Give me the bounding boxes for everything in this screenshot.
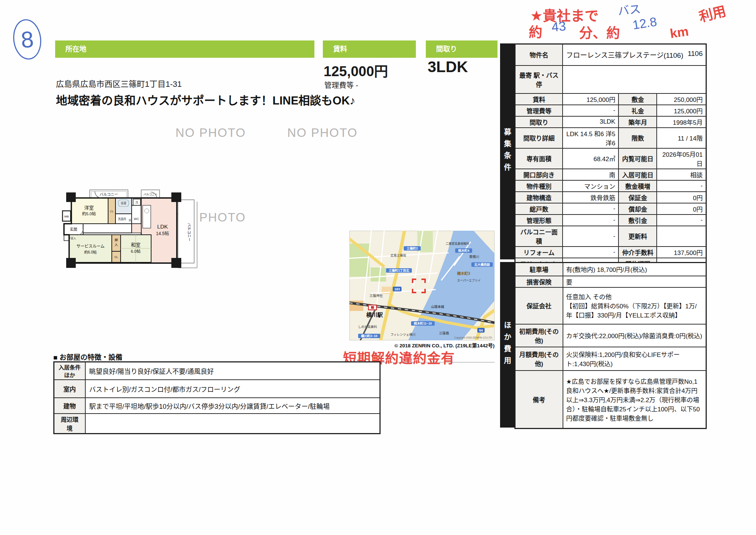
fp-oshiire-label: 押	[114, 238, 118, 242]
note-km-value: 12.8	[631, 14, 657, 32]
feature-label: 室内	[54, 380, 85, 398]
feature-value	[85, 414, 380, 434]
table-row: 物件名 フローレンス三篠プレステージ(1106) 1106	[515, 44, 706, 65]
initial-costs-value: カギ交換代:22,000円(税込)/除菌消臭費:0円(税込)	[563, 324, 706, 347]
table-row: バルコニー面積- 更新料	[515, 226, 706, 247]
location-label: 所在地	[65, 45, 86, 53]
location-header-bar: 所在地	[55, 40, 314, 58]
map-label-shrine: 三篠神社	[370, 294, 383, 298]
feature-label: 周辺環境	[54, 414, 85, 434]
fp-japanese-room-label: 和室	[131, 242, 140, 248]
fp-entrance-label: 玄関	[70, 227, 77, 231]
catchphrase: 地域密着の良和ハウスがサポートします！LINE相談もOK♪	[56, 91, 356, 108]
feature-label: 入居条件ほか	[54, 362, 85, 380]
map-badge-misasa2: 三篠町2	[407, 247, 418, 250]
insurance-value: 要	[563, 276, 706, 287]
table-row: 保証会社 任意加入 その他 【初回】総賃料の50%（下限2万）【更新】1万/年【…	[515, 287, 706, 324]
feature-value: 駅まで平坦/平坦地/駅歩10分以内/バス停歩3分以内/分譲賃貸/エレベーター/駐…	[85, 398, 380, 414]
rent-label: 賃料	[333, 45, 347, 53]
table-row: 物件種別マンション 敷金積増-	[515, 180, 706, 192]
note-bus: バス	[617, 0, 641, 18]
layout-value: 3LDK	[428, 58, 468, 76]
map-label-misasa-bridge: 三篠橋	[439, 331, 449, 335]
map-badge-momokicho11: 桃木町11−10	[414, 322, 432, 325]
location-map: 三篠町2 三篠町1丁目北 桃木町4 北大橋西詰 桃木町11−10 横川町2−10…	[349, 231, 495, 340]
floor-plan-image: バルコニー バルコニー バルコニー 洋室 約5.0帖 CL 浴室 洗面所 洗 W…	[46, 185, 218, 276]
map-badge-yokogawacho2: 横川町2−10	[361, 334, 378, 338]
fp-wc-label: WC	[134, 217, 139, 221]
map-label-clinic1: 二葉堂耳鼻咽喉科	[446, 242, 469, 245]
table-row: 室内 バストイレ別/ガスコンロ付/都市ガス/フローリング	[54, 380, 380, 398]
map-label-sanyo-line: 山陽本線	[431, 305, 444, 309]
map-badge-kitaohashi: 北大橋西詰	[474, 263, 490, 266]
layout-label: 間取り	[436, 45, 457, 53]
fp-bath-label: 浴室	[121, 201, 126, 205]
table-row: 損害保険 要	[515, 276, 706, 287]
table-row: 専有面積68.42㎡ 内覧可能日2026年05月01日	[515, 148, 706, 169]
section2-vertical-label: ほか費用	[502, 321, 513, 368]
fp-fridge-label: 冷	[135, 201, 138, 204]
fp-mb-label: MB	[64, 215, 69, 218]
other-costs-section: ほか費用 駐車場 有(敷地内) 18,700円/月(税込) 損害保険 要 保証会…	[500, 262, 707, 428]
table-row: 最寄 駅・バス停	[515, 65, 706, 93]
fp-shoebox-label: 下足入	[68, 237, 76, 240]
map-badge-misasa1: 三篠町1丁目北	[389, 269, 409, 272]
map-label-post-office: 広島三篠局	[391, 254, 406, 257]
fp-balcony-top2-label: バルコニー	[143, 193, 157, 196]
fp-balcony-top-label: バルコニー	[100, 192, 118, 196]
map-route-54: 54	[479, 329, 483, 332]
map-label-higashiyokogawa: 東横川	[469, 255, 479, 259]
no-photo-placeholder-1: NO PHOTO	[168, 126, 253, 140]
fp-western-room-label: 洋室	[84, 205, 94, 210]
property-address: 広島県広島市西区三篠町1丁目1-31	[56, 77, 182, 89]
table-row: 総戸数- 償却金0円	[515, 203, 706, 215]
layout-header-bar: 間取り	[426, 40, 498, 58]
table-row: 賃料125,000円 敷金250,000円	[515, 93, 706, 105]
fp-ldk-label: LDK	[157, 223, 168, 230]
map-badge-momokicho4: 桃木町4	[458, 249, 470, 252]
guarantor-company-value: 任意加入 その他 【初回】総賃料の50%（下限2万）【更新】1万/年【口振】33…	[563, 287, 706, 324]
table-row: 駐車場 有(敷地内) 18,700円/月(税込)	[515, 263, 706, 276]
parking-value: 有(敷地内) 18,700円/月(税込)	[563, 263, 706, 276]
table-row: 月額費用(その他) 火災保険料:1,200円/良和安心LIFEサポート:1,43…	[515, 347, 706, 371]
table-row: 管理費等- 礼金125,000円	[515, 105, 706, 116]
features-title: ■ お部屋の特徴・設備	[53, 352, 122, 362]
fp-cl2-label: CL	[114, 255, 118, 259]
remarks-value: ★広島でお部屋を探すなら広島県管理戸数No,1良和ハウスへ★/更新事務手数料:家…	[563, 371, 706, 429]
table-row: リフォーム- 仲介手数料137,500円	[515, 247, 706, 258]
map-label-yokogawa-station: 横川駅	[366, 312, 383, 318]
map-label-kusunoki3: 楠木町3	[457, 271, 470, 276]
table-row: 建物 駅まで平坦/平坦地/駅歩10分以内/バス停歩3分以内/分譲賃貸/エレベータ…	[54, 398, 380, 414]
management-fee: 管理費等 -	[324, 79, 358, 90]
property-flyer-page: 8 ★貴社まで バス 利用 約 43 分、約 12.8 km 所在地 賃料 間取…	[0, 0, 756, 535]
features-table: 入居条件ほか 眺望良好/陽当り良好/保証人不要/通風良好 室内 バストイレ別/ガ…	[53, 361, 381, 434]
feature-value: バストイレ別/ガスコンロ付/都市ガス/フローリング	[85, 380, 380, 398]
handwritten-page-number: 8	[20, 26, 34, 53]
table-row: 入居条件ほか 眺望良好/陽当り良好/保証人不要/通風良好	[54, 362, 380, 380]
handwritten-page-number-circle: 8	[11, 18, 44, 61]
fp-service-room-label: サービスルーム	[76, 244, 105, 248]
note-min-approx2: 分、約	[579, 22, 620, 42]
table-row: 周辺環境	[54, 414, 380, 434]
table-row: 開口部向き南 入居可能日相談	[515, 169, 706, 180]
fp-cl-label: CL	[110, 210, 114, 213]
fp-washer-label: 洗	[129, 219, 131, 222]
section-side-band: ほか費用	[500, 262, 514, 428]
svg-text:入: 入	[114, 243, 118, 247]
monthly-costs-value: 火災保険料:1,200円/良和安心LIFEサポート:1,430円(税込)	[563, 347, 706, 371]
section-side-band: 募集条件	[500, 43, 514, 259]
map-label-firenze: フィレンツェ横川	[391, 333, 416, 336]
svg-text:約5.0帖: 約5.0帖	[82, 211, 96, 216]
feature-label: 建物	[54, 398, 85, 414]
map-label-super: スーパーエブリイ	[457, 279, 481, 282]
svg-text:14.5帖: 14.5帖	[156, 231, 169, 236]
rent-value: 125,000円	[324, 60, 388, 80]
unit-number: 1106	[688, 50, 703, 60]
rent-header-bar: 賃料	[323, 40, 416, 58]
table-row: 備考 ★広島でお部屋を探すなら広島県管理戸数No,1良和ハウスへ★/更新事務手数…	[515, 371, 706, 429]
map-route-183: 183	[394, 287, 400, 291]
section1-vertical-label: 募集条件	[502, 128, 513, 175]
table-row: 間取り3LDK 築年月1998年5月	[515, 116, 706, 128]
fp-washroom-label: 洗面所	[118, 217, 126, 221]
svg-text:6.0帖: 6.0帖	[131, 249, 140, 254]
